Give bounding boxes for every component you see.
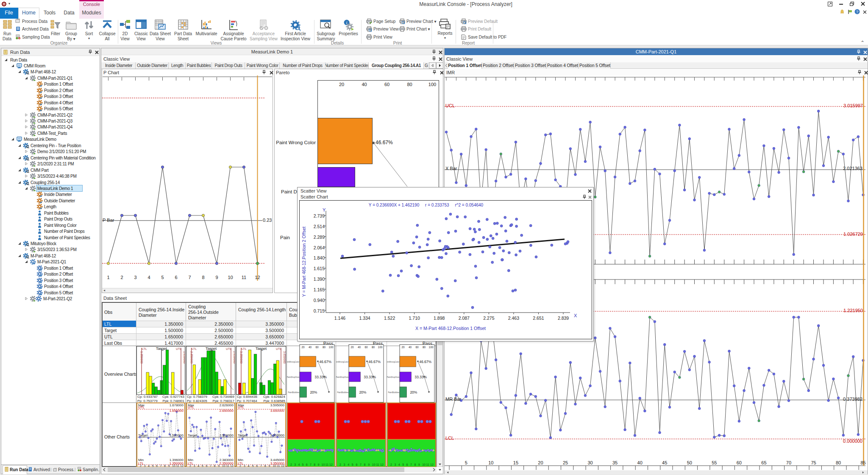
svg-text:3.500000: 3.500000 xyxy=(270,433,285,437)
svg-text:PaintBubbles: PaintBubbles xyxy=(388,391,399,394)
svg-text:1.650000: 1.650000 xyxy=(183,351,185,363)
svg-text:12: 12 xyxy=(380,463,384,466)
svg-text:3: 3 xyxy=(344,463,345,466)
svg-text:8: 8 xyxy=(414,463,416,466)
svg-text:UTL: UTL xyxy=(238,405,245,409)
svg-text:9: 9 xyxy=(368,463,370,466)
svg-text:1.350000: 1.350000 xyxy=(140,351,143,363)
svg-text:11: 11 xyxy=(376,463,379,466)
svg-text:PaintDropOuts: PaintDropOuts xyxy=(336,376,349,378)
svg-text:6: 6 xyxy=(406,463,408,466)
svg-text:10: 10 xyxy=(422,463,426,466)
svg-text:20%: 20% xyxy=(359,390,366,394)
svg-text:UTL: UTL xyxy=(138,405,145,409)
svg-text:aintWrongColor: aintWrongColor xyxy=(287,361,299,363)
svg-text:4: 4 xyxy=(348,463,349,466)
svg-text:20%: 20% xyxy=(410,390,417,394)
svg-text:PaintBubbles: PaintBubbles xyxy=(337,391,348,394)
svg-text:46.67%: 46.67% xyxy=(419,360,431,364)
svg-text:2: 2 xyxy=(390,463,392,466)
svg-text:8: 8 xyxy=(364,463,366,466)
svg-text:1.500000: 1.500000 xyxy=(170,433,184,437)
svg-text:10: 10 xyxy=(322,463,325,466)
svg-text:UTL: UTL xyxy=(176,347,181,350)
svg-text:5: 5 xyxy=(352,463,353,466)
svg-text:100: 100 xyxy=(429,346,434,349)
svg-text:6: 6 xyxy=(356,463,357,466)
svg-text:Target: Target xyxy=(156,346,167,351)
svg-text:5: 5 xyxy=(402,463,404,466)
svg-text:100: 100 xyxy=(329,346,334,349)
svg-text:2: 2 xyxy=(290,463,292,466)
svg-text:LTL: LTL xyxy=(142,347,147,350)
svg-text:?: ? xyxy=(856,10,858,14)
svg-text:33.33%: 33.33% xyxy=(364,375,376,379)
svg-text:Target: Target xyxy=(256,346,267,351)
svg-text:7: 7 xyxy=(410,463,412,466)
svg-text:PaintDropOuts: PaintDropOuts xyxy=(387,376,400,378)
svg-text:11: 11 xyxy=(426,463,429,466)
svg-text:60: 60 xyxy=(315,346,319,349)
svg-text:UTL: UTL xyxy=(226,347,231,350)
svg-text:20: 20 xyxy=(401,346,405,349)
svg-text:LTL: LTL xyxy=(192,347,197,350)
svg-text:7: 7 xyxy=(310,463,312,466)
svg-text:6: 6 xyxy=(306,463,308,466)
svg-text:80: 80 xyxy=(323,346,326,349)
svg-text:33.33%: 33.33% xyxy=(415,375,427,379)
svg-text:8: 8 xyxy=(314,463,315,466)
svg-text:7: 7 xyxy=(360,463,362,466)
svg-text:3: 3 xyxy=(294,463,296,466)
svg-text:3.350000: 3.350000 xyxy=(240,351,243,363)
svg-text:2.350000: 2.350000 xyxy=(190,351,193,363)
svg-text:PaintBubbles: PaintBubbles xyxy=(288,391,299,394)
svg-text:4: 4 xyxy=(398,463,400,466)
svg-text:2.650000: 2.650000 xyxy=(233,351,235,363)
svg-text:LTL: LTL xyxy=(242,347,247,350)
svg-text:20%: 20% xyxy=(310,390,317,394)
svg-text:Target: Target xyxy=(206,346,217,351)
svg-text:3: 3 xyxy=(394,463,396,466)
svg-text:40: 40 xyxy=(409,346,412,349)
svg-text:12: 12 xyxy=(430,463,434,466)
svg-text:UTL: UTL xyxy=(188,405,195,409)
svg-text:2.626000: 2.626000 xyxy=(220,403,234,407)
svg-text:Target: Target xyxy=(238,433,248,437)
svg-text:46.67%: 46.67% xyxy=(368,360,381,364)
svg-text:PaintDropOuts: PaintDropOuts xyxy=(287,376,300,378)
svg-text:Target: Target xyxy=(138,433,148,437)
svg-text:3.595000: 3.595000 xyxy=(270,403,285,407)
svg-text:11: 11 xyxy=(326,463,328,466)
svg-text:80: 80 xyxy=(423,346,426,349)
svg-text:20: 20 xyxy=(301,346,305,349)
svg-text:2.500000: 2.500000 xyxy=(220,433,234,437)
svg-text:40: 40 xyxy=(358,346,361,349)
svg-text:aintWrongColor: aintWrongColor xyxy=(336,361,348,363)
svg-text:9: 9 xyxy=(418,463,420,466)
svg-text:2: 2 xyxy=(339,463,341,466)
svg-text:40: 40 xyxy=(309,346,312,349)
svg-text:20: 20 xyxy=(351,346,354,349)
svg-text:33.33%: 33.33% xyxy=(314,375,327,379)
svg-text:80: 80 xyxy=(372,346,375,349)
svg-text:10: 10 xyxy=(372,463,376,466)
svg-text:60: 60 xyxy=(415,346,419,349)
svg-text:100: 100 xyxy=(378,346,383,349)
svg-text:5: 5 xyxy=(302,463,304,466)
svg-text:46.67%: 46.67% xyxy=(319,360,331,364)
svg-text:4: 4 xyxy=(298,463,300,466)
svg-text:3.650000: 3.650000 xyxy=(270,409,285,413)
svg-text:2.650000: 2.650000 xyxy=(220,409,234,413)
svg-text:Target: Target xyxy=(188,433,198,437)
svg-text:1.650000: 1.650000 xyxy=(170,409,184,413)
svg-text:aintWrongColor: aintWrongColor xyxy=(387,361,399,363)
svg-text:9: 9 xyxy=(317,463,319,466)
svg-text:1.678000: 1.678000 xyxy=(170,403,184,407)
svg-text:UTL: UTL xyxy=(276,347,281,350)
svg-text:3.650000: 3.650000 xyxy=(283,351,286,363)
svg-text:60: 60 xyxy=(364,346,368,349)
svg-text:12: 12 xyxy=(329,463,333,466)
